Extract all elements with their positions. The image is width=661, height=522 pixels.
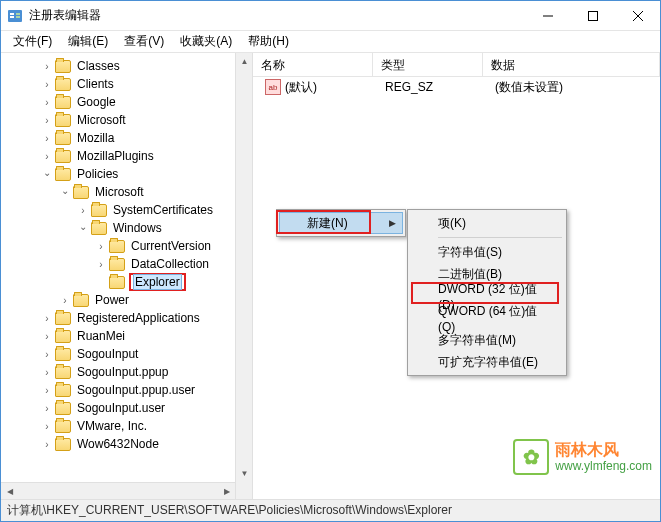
regedit-icon (7, 8, 23, 24)
expand-icon[interactable]: › (41, 438, 53, 450)
scroll-left-icon[interactable]: ◀ (1, 483, 18, 499)
context-menu-item[interactable]: 字符串值(S) (410, 241, 564, 263)
tree-item[interactable]: ›SogouInput.ppup.user (1, 381, 252, 399)
value-data: (数值未设置) (487, 79, 571, 96)
tree-item[interactable]: ›Classes (1, 57, 252, 75)
expand-icon[interactable]: › (41, 114, 53, 126)
expand-icon[interactable]: › (95, 258, 107, 270)
expand-icon[interactable]: › (41, 348, 53, 360)
tree-horizontal-scrollbar[interactable]: ◀ ▶ (1, 482, 235, 499)
expand-icon[interactable]: › (41, 384, 53, 396)
scroll-up-icon[interactable]: ▲ (236, 53, 253, 70)
context-menu-item[interactable]: 可扩充字符串值(E) (410, 351, 564, 373)
tree-item[interactable]: ›RegisteredApplications (1, 309, 252, 327)
tree-item-label: Power (93, 293, 131, 307)
column-data[interactable]: 数据 (483, 53, 660, 76)
value-name: (默认) (285, 79, 317, 96)
tree-item-label: Policies (75, 167, 120, 181)
tree-item[interactable]: ›Wow6432Node (1, 435, 252, 453)
tree-item[interactable]: ›Google (1, 93, 252, 111)
tree-item[interactable]: ›DataCollection (1, 255, 252, 273)
tree-item[interactable]: ›SogouInput.user (1, 399, 252, 417)
menu-view[interactable]: 查看(V) (116, 31, 172, 52)
scroll-right-icon[interactable]: ▶ (218, 483, 235, 499)
collapse-icon[interactable]: ⌄ (77, 220, 89, 232)
tree-item[interactable]: ›VMware, Inc. (1, 417, 252, 435)
expand-icon[interactable]: › (41, 78, 53, 90)
expand-icon[interactable]: › (41, 60, 53, 72)
folder-icon (55, 60, 71, 73)
menu-file[interactable]: 文件(F) (5, 31, 60, 52)
window-controls (525, 1, 660, 30)
expand-icon[interactable]: › (59, 294, 71, 306)
expand-icon[interactable]: › (41, 150, 53, 162)
tree-item-label: RuanMei (75, 329, 127, 343)
collapse-icon[interactable]: ⌄ (41, 166, 53, 178)
list-row[interactable]: ab (默认) REG_SZ (数值未设置) (253, 77, 660, 97)
svg-rect-4 (16, 16, 20, 18)
tree-item[interactable]: ›CurrentVersion (1, 237, 252, 255)
expand-icon[interactable]: › (41, 366, 53, 378)
folder-icon (55, 330, 71, 343)
folder-icon (109, 276, 125, 289)
tree-item-label: SogouInput.user (75, 401, 167, 415)
expand-icon[interactable]: › (41, 96, 53, 108)
context-submenu-new: 项(K)字符串值(S)二进制值(B)DWORD (32 位)值(D)QWORD … (407, 209, 567, 376)
expand-icon[interactable]: › (77, 204, 89, 216)
folder-icon (55, 312, 71, 325)
tree-item[interactable]: ›SogouInput (1, 345, 252, 363)
expand-icon[interactable]: › (95, 240, 107, 252)
collapse-icon[interactable]: ⌄ (59, 184, 71, 196)
close-button[interactable] (615, 1, 660, 31)
tree-item[interactable]: ›SogouInput.ppup (1, 363, 252, 381)
tree-item[interactable]: ›MozillaPlugins (1, 147, 252, 165)
folder-icon (91, 204, 107, 217)
expand-icon[interactable]: › (41, 420, 53, 432)
maximize-button[interactable] (570, 1, 615, 31)
tree-item[interactable]: ›Mozilla (1, 129, 252, 147)
submenu-arrow-icon: ▶ (389, 218, 396, 228)
tree-item[interactable]: ›Microsoft (1, 111, 252, 129)
svg-rect-1 (10, 13, 14, 15)
list-header: 名称 类型 数据 (253, 53, 660, 77)
expand-icon[interactable]: › (41, 312, 53, 324)
tree-item-label: SogouInput (75, 347, 140, 361)
context-menu-item[interactable]: QWORD (64 位)值(Q) (410, 307, 564, 329)
tree-item[interactable]: ›RuanMei (1, 327, 252, 345)
folder-icon (55, 402, 71, 415)
tree-item[interactable]: ⌄Policies (1, 165, 252, 183)
minimize-button[interactable] (525, 1, 570, 31)
expand-icon[interactable]: › (41, 402, 53, 414)
tree-item-label: DataCollection (129, 257, 211, 271)
tree-item-label: Explorer (133, 274, 182, 290)
menu-edit[interactable]: 编辑(E) (60, 31, 116, 52)
tree-item-label: MozillaPlugins (75, 149, 156, 163)
context-menu-item[interactable]: 多字符串值(M) (410, 329, 564, 351)
expand-icon[interactable]: › (41, 132, 53, 144)
menubar: 文件(F) 编辑(E) 查看(V) 收藏夹(A) 帮助(H) (1, 31, 660, 53)
tree-vertical-scrollbar[interactable]: ▲ ▼ (235, 53, 252, 499)
expand-icon[interactable]: › (41, 330, 53, 342)
tree-item[interactable]: ⌄Windows (1, 219, 252, 237)
context-menu-new[interactable]: 新建(N) ▶ (279, 212, 403, 234)
tree-item[interactable]: ›SystemCertificates (1, 201, 252, 219)
window-title: 注册表编辑器 (29, 7, 525, 24)
column-name[interactable]: 名称 (253, 53, 373, 76)
value-type: REG_SZ (377, 80, 487, 94)
tree-item-label: Wow6432Node (75, 437, 161, 451)
folder-icon (73, 186, 89, 199)
context-menu-item[interactable]: 项(K) (410, 212, 564, 234)
column-type[interactable]: 类型 (373, 53, 483, 76)
tree-item[interactable]: ›Clients (1, 75, 252, 93)
watermark: ✿ 雨林木风 www.ylmfeng.com (513, 439, 652, 475)
tree-item-label: SogouInput.ppup.user (75, 383, 197, 397)
tree-item[interactable]: ›Power (1, 291, 252, 309)
menu-help[interactable]: 帮助(H) (240, 31, 297, 52)
folder-icon (55, 168, 71, 181)
folder-icon (55, 420, 71, 433)
scroll-down-icon[interactable]: ▼ (236, 465, 253, 482)
tree-item[interactable]: Explorer (1, 273, 252, 291)
menu-favorites[interactable]: 收藏夹(A) (172, 31, 240, 52)
folder-icon (109, 240, 125, 253)
tree-item[interactable]: ⌄Microsoft (1, 183, 252, 201)
